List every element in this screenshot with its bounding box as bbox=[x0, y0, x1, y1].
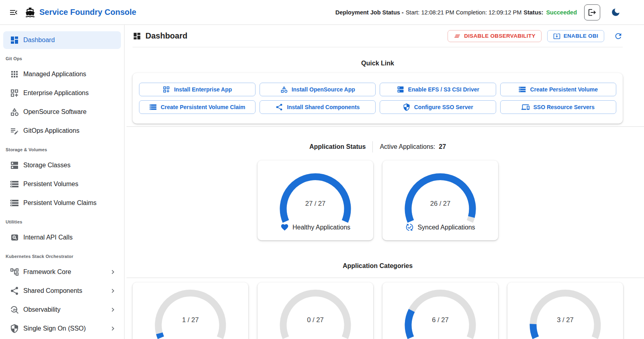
sidebar-item-label: Shared Components bbox=[23, 287, 82, 294]
quicklink-install-opensource-app[interactable]: Install OpenSource App bbox=[260, 83, 376, 96]
gauge-caption: Healthy Applications bbox=[292, 224, 350, 231]
shield-icon bbox=[10, 324, 19, 333]
active-applications-count: 27 bbox=[439, 143, 446, 150]
sidebar-item-dashboard[interactable]: Dashboard bbox=[3, 31, 121, 49]
quicklink-create-persistent-volume-claim[interactable]: Create Persistent Volume Claim bbox=[139, 100, 256, 114]
devices-icon bbox=[521, 103, 530, 111]
sidebar-item-storage-classes[interactable]: Storage Classes bbox=[0, 156, 124, 175]
application-status-heading: Application Status bbox=[309, 143, 366, 150]
gauge-chart: 0 / 27 bbox=[279, 289, 352, 339]
disable-observability-button[interactable]: DISABLE OBSERVABILITY bbox=[448, 30, 542, 42]
category-gauge-card: 6 / 27 bbox=[382, 282, 498, 339]
sidebar-item-opensource-software[interactable]: OpenSource Software bbox=[0, 102, 124, 121]
quicklink-enable-efs-s3-csi-driver[interactable]: Enable EFS / S3 CSI Driver bbox=[380, 83, 496, 96]
sidebar-item-gitops-applications[interactable]: GitOps Applications bbox=[0, 121, 124, 140]
logout-icon bbox=[588, 8, 597, 17]
sidebar-item-framework-core[interactable]: Framework Core bbox=[0, 262, 124, 281]
gauge-value: 0 / 27 bbox=[307, 316, 323, 323]
sync-icon bbox=[405, 223, 414, 231]
quicklink-sso-resource-servers[interactable]: SSO Resource Servers bbox=[500, 100, 617, 114]
chevron-right-icon bbox=[109, 287, 117, 295]
section-divider bbox=[127, 278, 644, 278]
quick-link-heading: Quick Link bbox=[133, 60, 623, 67]
account-tree-icon bbox=[10, 267, 19, 277]
sidebar-item-internal-api-calls[interactable]: Internal API Calls bbox=[0, 228, 124, 247]
gauge-value: 26 / 27 bbox=[430, 200, 450, 207]
category-gauge-card: 0 / 27 bbox=[258, 282, 373, 339]
quick-link-card: Install Enterprise App Install OpenSourc… bbox=[133, 73, 623, 124]
quicklink-install-enterprise-app[interactable]: Install Enterprise App bbox=[139, 83, 256, 96]
storage-icon bbox=[518, 85, 526, 93]
clear-all-icon bbox=[454, 32, 461, 40]
quicklink-configure-sso-server[interactable]: Configure SSO Server bbox=[380, 100, 496, 114]
application-status-row: Application Status Active Applications: … bbox=[133, 142, 623, 152]
gauge-value: 3 / 27 bbox=[557, 316, 573, 323]
quicklink-install-shared-components[interactable]: Install Shared Components bbox=[260, 100, 376, 114]
sidebar-item-label: Observability bbox=[23, 306, 60, 313]
edit-note-icon bbox=[10, 126, 19, 136]
job-status-detail: Start: 12:08:21 PM Completion: 12:09:12 … bbox=[406, 9, 522, 16]
storage-icon bbox=[149, 103, 157, 111]
page-search-icon bbox=[10, 233, 19, 242]
dashboard-customize-icon bbox=[10, 88, 19, 98]
sidebar-section-kubernetes-stack: Kubernetes Stack Orchestrator bbox=[6, 254, 124, 259]
dns-icon bbox=[10, 160, 19, 170]
category-gauge-card: 1 / 27 bbox=[133, 282, 248, 339]
gauge-value: 1 / 27 bbox=[182, 316, 198, 323]
gauge-chart: 6 / 27 bbox=[404, 289, 476, 339]
sidebar: Dashboard Git Ops Managed Applications E… bbox=[0, 25, 125, 339]
gauge-chart: 3 / 27 bbox=[529, 289, 601, 339]
refresh-icon[interactable] bbox=[614, 32, 623, 41]
storage-icon bbox=[10, 198, 19, 208]
sidebar-item-label: Dashboard bbox=[23, 37, 55, 44]
gauge-chart: 1 / 27 bbox=[154, 289, 227, 339]
sidebar-item-label: Enterprise Applications bbox=[23, 89, 89, 97]
category-icon bbox=[280, 85, 288, 93]
main-content: Dashboard DISABLE OBSERVABILITY ENABLE O… bbox=[125, 25, 644, 339]
shield-icon bbox=[403, 103, 411, 111]
enable-obi-button[interactable]: ENABLE OBI bbox=[547, 30, 604, 42]
title-divider bbox=[133, 47, 623, 47]
ship-logo-icon bbox=[25, 7, 35, 18]
quicklink-create-persistent-volume[interactable]: Create Persistent Volume bbox=[500, 83, 617, 96]
dns-icon bbox=[397, 85, 405, 93]
sidebar-section-storage: Storage & Volumes bbox=[6, 147, 124, 152]
menu-open-icon[interactable] bbox=[9, 8, 18, 17]
sidebar-item-enterprise-applications[interactable]: Enterprise Applications bbox=[0, 83, 124, 102]
category-gauge-card: 3 / 27 bbox=[507, 282, 623, 339]
category-icon bbox=[10, 107, 19, 117]
install-icon bbox=[553, 32, 560, 40]
sidebar-section-gitops: Git Ops bbox=[6, 56, 124, 61]
share-icon bbox=[10, 286, 19, 296]
chevron-right-icon bbox=[109, 306, 117, 314]
job-status-value: Succeeded bbox=[546, 9, 577, 16]
dashboard-icon bbox=[10, 35, 19, 45]
sidebar-item-persistent-volume-claims[interactable]: Persistent Volume Claims bbox=[0, 193, 124, 212]
storage-icon bbox=[10, 179, 19, 189]
sidebar-item-label: GitOps Applications bbox=[23, 127, 80, 134]
logout-button[interactable] bbox=[584, 4, 600, 20]
sidebar-item-shared-components[interactable]: Shared Components bbox=[0, 281, 124, 300]
sidebar-item-label: Persistent Volumes bbox=[23, 181, 78, 188]
sidebar-item-observability[interactable]: Observability bbox=[0, 300, 124, 319]
chevron-right-icon bbox=[109, 268, 117, 276]
sidebar-item-single-sign-on[interactable]: Single Sign On (SSO) bbox=[0, 319, 124, 338]
gauge-value: 27 / 27 bbox=[305, 200, 325, 207]
gauge-chart: 26 / 27 bbox=[404, 173, 476, 229]
sidebar-item-label: Internal API Calls bbox=[23, 234, 73, 241]
sidebar-item-label: Managed Applications bbox=[23, 71, 86, 78]
heart-icon bbox=[280, 223, 289, 231]
chevron-right-icon bbox=[109, 325, 117, 333]
sidebar-item-label: OpenSource Software bbox=[23, 108, 86, 116]
sidebar-item-label: Framework Core bbox=[23, 268, 71, 276]
application-categories-heading: Application Categories bbox=[133, 262, 623, 270]
dashboard-customize-icon bbox=[162, 85, 170, 93]
sidebar-item-managed-applications[interactable]: Managed Applications bbox=[0, 65, 124, 83]
sidebar-item-persistent-volumes[interactable]: Persistent Volumes bbox=[0, 175, 124, 193]
deployment-job-status: Deployment Job Status - Start: 12:08:21 … bbox=[335, 9, 577, 16]
dashboard-icon bbox=[133, 32, 141, 41]
healthy-applications-card: 27 / 27 Healthy Applications bbox=[258, 160, 373, 240]
gauge-caption: Synced Applications bbox=[417, 224, 475, 231]
section-divider bbox=[127, 126, 644, 127]
dark-mode-toggle-moon-icon[interactable] bbox=[611, 7, 621, 17]
